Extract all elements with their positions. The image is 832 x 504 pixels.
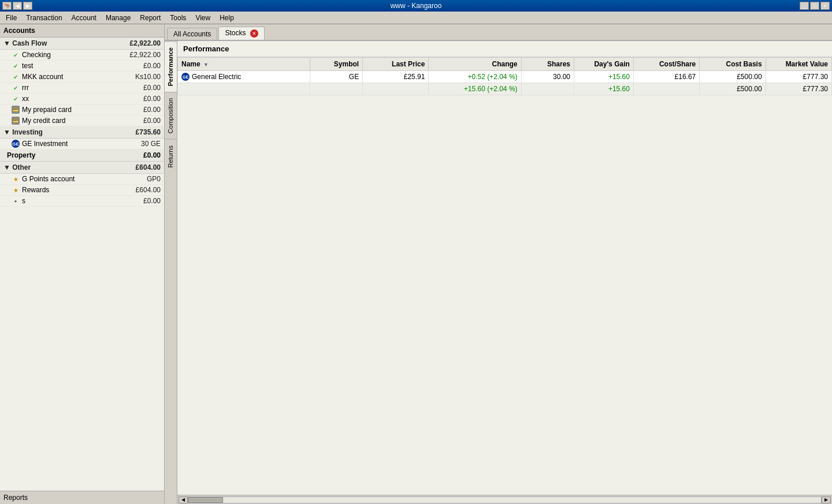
sidebar-item-ge-investment[interactable]: GE GE Investment 30 GE xyxy=(0,139,164,150)
menu-account[interactable]: Account xyxy=(68,13,100,23)
prepaid-name: My prepaid card xyxy=(22,106,72,114)
scroll-right-btn[interactable]: ▶ xyxy=(822,496,831,503)
cashflow-group-name: ▼ Cash Flow xyxy=(3,39,47,47)
reports-label: Reports xyxy=(3,494,28,502)
sidebar-item-mkk[interactable]: ✔ MKK account Ks10.00 xyxy=(0,72,164,83)
checking-icon: ✔ xyxy=(12,51,20,59)
tab-stocks[interactable]: Stocks ✕ xyxy=(218,27,264,40)
col-header-daysgain[interactable]: Day's Gain xyxy=(574,58,634,71)
cell-daysgain: +15.60 xyxy=(574,71,634,83)
sidetab-returns-label: Returns xyxy=(167,145,174,168)
menu-transaction[interactable]: Transaction xyxy=(23,13,65,23)
table-scroll-area[interactable]: Name ▼ Symbol Last Price C xyxy=(177,57,832,495)
test-value: £0.00 xyxy=(143,62,161,70)
total-change: +15.60 (+2.04 %) xyxy=(429,83,521,95)
rrr-value: £0.00 xyxy=(143,84,161,92)
rrr-icon: ✔ xyxy=(12,84,20,92)
sidebar-group-property[interactable]: Property £0.00 xyxy=(0,150,164,162)
sidebar-header: Accounts xyxy=(0,24,164,38)
sidetab-composition[interactable]: Composition xyxy=(165,92,177,139)
scroll-track[interactable] xyxy=(188,496,822,503)
rewards-value: £604.00 xyxy=(136,186,161,194)
xx-value: £0.00 xyxy=(143,95,161,103)
forward-btn[interactable]: ▶ xyxy=(23,2,32,10)
s-name: s xyxy=(22,197,25,205)
total-marketvalue: £777.30 xyxy=(766,83,831,95)
cell-change: +0.52 (+2.04 %) xyxy=(429,71,521,83)
sidebar-item-rrr[interactable]: ✔ rrr £0.00 xyxy=(0,83,164,94)
col-header-name[interactable]: Name ▼ xyxy=(178,58,310,71)
sidebar-item-s[interactable]: ● s £0.00 xyxy=(0,196,164,207)
menu-file[interactable]: File xyxy=(2,13,20,23)
mkk-name: MKK account xyxy=(22,73,63,81)
horizontal-scrollbar[interactable]: ◀ ▶ xyxy=(177,495,832,504)
other-group-value: £604.00 xyxy=(136,163,161,171)
creditcard-name: My credit card xyxy=(22,117,65,125)
sidebar-item-rewards[interactable]: ★ Rewards £604.00 xyxy=(0,185,164,196)
sidebar-item-test[interactable]: ✔ test £0.00 xyxy=(0,61,164,72)
xx-name: xx xyxy=(22,95,29,103)
window-controls[interactable]: _ □ × xyxy=(800,2,830,10)
s-value: £0.00 xyxy=(143,197,161,205)
col-header-lastprice[interactable]: Last Price xyxy=(363,58,429,71)
sidebar-item-checking[interactable]: ✔ Checking £2,922.00 xyxy=(0,50,164,61)
sidebar-group-other[interactable]: ▼ Other £604.00 xyxy=(0,162,164,174)
tab-all-accounts[interactable]: All Accounts xyxy=(167,28,217,40)
sidetab-performance-label: Performance xyxy=(167,47,174,86)
xx-icon: ✔ xyxy=(12,95,20,103)
cell-marketvalue: £777.30 xyxy=(766,71,831,83)
reports-section[interactable]: Reports xyxy=(0,491,164,504)
menu-help[interactable]: Help xyxy=(216,13,237,23)
minimize-btn[interactable]: _ xyxy=(800,2,809,10)
rewards-icon: ★ xyxy=(12,186,20,194)
col-header-symbol[interactable]: Symbol xyxy=(310,58,362,71)
ge-label: GE GE Investment xyxy=(12,140,68,148)
cell-costbasis: £500.00 xyxy=(700,71,766,83)
sidetab-performance[interactable]: Performance xyxy=(165,41,177,92)
scroll-left-btn[interactable]: ◀ xyxy=(179,496,188,503)
checking-name: Checking xyxy=(22,51,51,59)
col-header-change[interactable]: Change xyxy=(429,58,521,71)
col-header-costshare[interactable]: Cost/Share xyxy=(633,58,699,71)
maximize-btn[interactable]: □ xyxy=(810,2,819,10)
gpoints-name: G Points account xyxy=(22,175,75,183)
sidebar-item-creditcard[interactable]: 💳 My credit card £0.00 xyxy=(0,115,164,126)
mkk-label: ✔ MKK account xyxy=(12,73,63,81)
s-label: ● s xyxy=(12,197,25,205)
col-header-costbasis[interactable]: Cost Basis xyxy=(700,58,766,71)
sidebar-item-xx[interactable]: ✔ xx £0.00 xyxy=(0,94,164,104)
cell-name: GE General Electric xyxy=(178,71,310,83)
cell-lastprice: £25.91 xyxy=(363,71,429,83)
sort-icon: ▼ xyxy=(203,62,209,68)
col-header-marketvalue[interactable]: Market Value xyxy=(766,58,831,71)
total-shares xyxy=(521,83,574,95)
menu-manage[interactable]: Manage xyxy=(102,13,134,23)
table-row[interactable]: GE General Electric GE £25.91 xyxy=(178,71,832,83)
ge-value: 30 GE xyxy=(141,140,161,148)
performance-panel: Performance xyxy=(177,41,832,504)
creditcard-icon: 💳 xyxy=(12,117,20,125)
tab-stocks-close[interactable]: ✕ xyxy=(250,29,258,38)
menu-view[interactable]: View xyxy=(192,13,214,23)
back-btn[interactable]: ◀ xyxy=(13,2,22,10)
sidebar-group-cashflow[interactable]: ▼ Cash Flow £2,922.00 xyxy=(0,38,164,50)
gpoints-value: GP0 xyxy=(147,175,161,183)
sidebar-item-gpoints[interactable]: ★ G Points account GP0 xyxy=(0,174,164,185)
menu-report[interactable]: Report xyxy=(136,13,164,23)
gpoints-icon: ★ xyxy=(12,175,20,183)
scroll-thumb[interactable] xyxy=(188,497,223,503)
titlebar-left-controls[interactable]: 🦘 ◀ ▶ xyxy=(2,2,32,10)
checking-label: ✔ Checking xyxy=(12,51,51,59)
sidebar-item-prepaid[interactable]: 💳 My prepaid card £0.00 xyxy=(0,104,164,115)
sidebar-group-investing[interactable]: ▼ Investing £735.60 xyxy=(0,126,164,139)
test-name: test xyxy=(22,62,33,70)
close-btn[interactable]: × xyxy=(820,2,830,10)
creditcard-label: 💳 My credit card xyxy=(12,117,65,125)
mkk-value: Ks10.00 xyxy=(135,73,161,81)
app-icon[interactable]: 🦘 xyxy=(2,2,12,10)
col-header-shares[interactable]: Shares xyxy=(521,58,574,71)
xx-label: ✔ xx xyxy=(12,95,29,103)
menu-tools[interactable]: Tools xyxy=(166,13,190,23)
total-label xyxy=(178,83,310,95)
sidetab-returns[interactable]: Returns xyxy=(165,139,177,174)
